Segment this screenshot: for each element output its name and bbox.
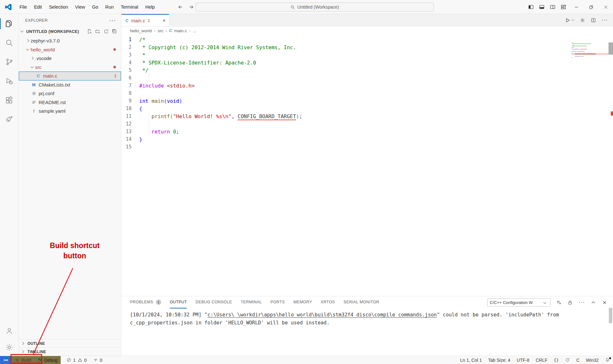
outline-section[interactable]: OUTLINE [19,339,121,347]
back-arrow-icon[interactable] [178,4,183,10]
tree-item-CMakeLists.txt[interactable]: MCMakeLists.txt [19,80,121,89]
command-center-search[interactable]: Untitled (Workspace) [195,3,434,11]
eol-sequence[interactable]: CRLF [533,356,551,364]
split-editor-icon[interactable] [591,18,596,23]
panel-tab-ports[interactable]: PORTS [270,296,285,308]
collapse-all-icon[interactable] [112,29,117,34]
tree-item-.vscode[interactable]: .vscode [19,54,121,63]
cursor-position[interactable]: Ln 1, Col 1 [457,356,485,364]
notifications-bell-icon[interactable] [602,356,613,364]
panel-tab-memory[interactable]: MEMORY [293,296,312,308]
code-line-13[interactable]: 13 return 0; [121,128,613,135]
remote-indicator[interactable]: >< [0,356,11,364]
code-line-7[interactable]: 7#include <stdio.h> [121,82,613,89]
breadcrumb-folder[interactable]: src [158,28,163,33]
breadcrumb-file[interactable]: main.c [174,28,187,33]
account-icon[interactable] [0,322,19,339]
explorer-activity-icon[interactable] [0,14,19,33]
build-button[interactable]: Build [11,356,34,364]
encoding[interactable]: UTF-8 [513,356,533,364]
code-line-5[interactable]: 5 */ [121,66,613,74]
tree-item-src[interactable]: src [19,63,121,72]
code-line-9[interactable]: 9int main(void) [121,97,613,105]
sync-icon[interactable] [562,356,573,364]
code-editor[interactable]: 1/*2 * Copyright (c) 2012-2014 Wind Rive… [121,35,613,151]
timeline-section[interactable]: TIMELINE [19,347,121,356]
panel-tab-output[interactable]: OUTPUT [170,296,187,308]
menu-file[interactable]: File [16,0,30,14]
forward-arrow-icon[interactable] [188,4,194,10]
menu-terminal[interactable]: Terminal [117,0,142,14]
menu-go[interactable]: Go [88,0,102,14]
editor-settings-gear-icon[interactable] [580,18,585,23]
minimize-button[interactable] [569,0,584,14]
tree-item-main.c[interactable]: Cmain.c1 [19,72,121,80]
panel-tab-terminal[interactable]: TERMINAL [241,296,262,308]
breadcrumb-symbol[interactable]: ... [193,28,196,33]
platform-status[interactable]: Win32 [583,356,602,364]
code-line-11[interactable]: 11 printf("Hello World! %s\n", CONFIG_BO… [121,112,613,120]
code-line-1[interactable]: 1/* [121,36,613,43]
tree-item-sample.yaml[interactable]: !sample.yaml [19,107,121,116]
menu-selection[interactable]: Selection [45,0,72,14]
run-debug-activity-icon[interactable] [0,72,19,91]
menu-edit[interactable]: Edit [30,0,45,14]
zephyr-extension-icon[interactable] [0,110,19,129]
new-file-icon[interactable] [87,29,92,34]
problems-status[interactable]: 1 0 [63,356,90,364]
code-line-2[interactable]: 2 * Copyright (c) 2012-2014 Wind River S… [121,43,613,51]
tab-main-c[interactable]: C main.c 1 × [121,14,169,26]
code-line-4[interactable]: 4 * SPDX-License-Identifier: Apache-2.0 [121,59,613,66]
tree-item-hello_world[interactable]: hello_world [19,45,121,54]
language-status[interactable]: {} [551,356,562,364]
source-control-activity-icon[interactable] [0,52,19,72]
refresh-icon[interactable] [103,29,109,34]
run-file-button[interactable] [565,18,574,23]
panel-more-actions-icon[interactable]: ··· [579,299,585,306]
maximize-panel-icon[interactable] [591,300,596,305]
indentation[interactable]: Tab Size: 4 [485,356,513,364]
close-tab-icon[interactable]: × [163,18,166,23]
toggle-panel-icon[interactable] [539,4,545,10]
output-channel-dropdown[interactable]: C/C++ Configuration W [487,298,550,307]
output-log[interactable]: [10/1/2024, 10:50:32 PM] "c:\Users\ \wor… [121,308,613,327]
code-line-3[interactable]: 3 * [121,51,613,59]
toggle-sidebar-icon[interactable] [528,4,534,10]
code-line-6[interactable]: 6 [121,74,613,82]
extensions-activity-icon[interactable] [0,91,19,110]
code-line-12[interactable]: 12 [121,120,613,128]
close-window-button[interactable] [598,0,613,14]
code-line-14[interactable]: 14} [121,135,613,143]
new-folder-icon[interactable] [95,29,101,34]
code-line-15[interactable]: 15 [121,143,613,151]
debug-button[interactable]: Debug [34,356,61,364]
menu-help[interactable]: Help [142,0,158,14]
tree-item-prj.conf[interactable]: prj.conf [19,89,121,98]
toggle-secondary-sidebar-icon[interactable] [550,4,556,10]
code-line-10[interactable]: 10{ [121,105,613,112]
settings-gear-icon[interactable] [0,339,19,356]
ports-status[interactable]: 0 [90,356,106,364]
menu-run[interactable]: Run [102,0,117,14]
panel-tab-problems[interactable]: PROBLEMS1 [130,296,161,308]
explorer-more-actions-icon[interactable]: ··· [109,17,116,24]
editor-more-actions-icon[interactable]: ··· [602,17,608,23]
language-mode[interactable]: C [573,356,583,364]
workspace-row[interactable]: UNTITLED (WORKSPACE) [19,27,121,36]
breadcrumb-folder[interactable]: hello_world [130,28,152,33]
panel-tab-serial-monitor[interactable]: SERIAL MONITOR [344,296,379,308]
restore-button[interactable] [584,0,598,14]
file-path-link[interactable]: c:\Users\ \workdir\apps\hello_world\buil… [208,312,437,318]
close-panel-icon[interactable] [602,300,607,305]
panel-scrollbar-thumb[interactable] [609,308,612,323]
editor-scrollbar-thumb[interactable] [609,42,613,55]
panel-tab-debug-console[interactable]: DEBUG CONSOLE [195,296,232,308]
search-activity-icon[interactable] [0,33,19,52]
panel-tab-xrtos[interactable]: XRTOS [321,296,335,308]
customize-layout-icon[interactable] [561,4,566,10]
code-line-8[interactable]: 8 [121,89,613,97]
menu-view[interactable]: View [72,0,88,14]
tree-item-README.rst[interactable]: README.rst [19,98,121,107]
clear-output-icon[interactable] [556,300,562,305]
lock-icon[interactable] [567,300,573,305]
